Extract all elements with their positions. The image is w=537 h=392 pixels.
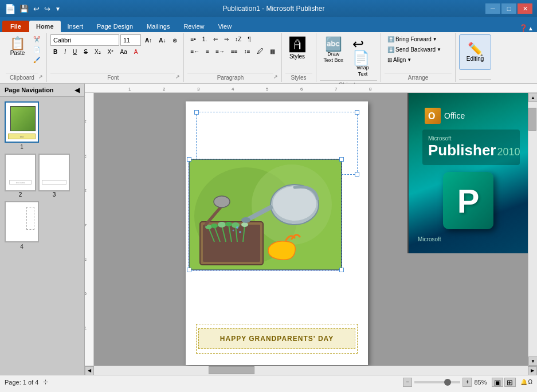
zoom-thumb[interactable]: [444, 379, 451, 386]
greeting-text-box[interactable]: HAPPY GRANDPARENTS' DAY: [198, 328, 355, 349]
borders-button[interactable]: ▦: [267, 46, 278, 56]
align-button[interactable]: ⊞ Align ▼: [385, 55, 414, 65]
font-name-input[interactable]: [50, 34, 119, 46]
editing-button[interactable]: ✏️ Editing: [459, 34, 491, 70]
bring-forward-button[interactable]: ⬆️ Bring Forward ▼: [385, 34, 440, 44]
draw-text-box-button[interactable]: 🔤 DrawText Box: [320, 34, 348, 66]
quick-access-dropdown[interactable]: ▼: [54, 5, 62, 13]
handle-tr[interactable]: [355, 110, 359, 115]
underline-button[interactable]: U: [70, 47, 80, 57]
sort-button[interactable]: ↕Z: [232, 34, 244, 44]
align-right-button[interactable]: ≡→: [213, 46, 228, 56]
align-left-button[interactable]: ≡←: [187, 46, 202, 56]
font-color-button[interactable]: A: [131, 47, 141, 57]
clipboard-group-label: Clipboard: [6, 73, 38, 81]
page-nav-header: Page Navigation ◀: [0, 84, 84, 97]
arrange-group-label: Arrange: [385, 73, 452, 81]
scroll-right-button[interactable]: ▶: [528, 366, 537, 375]
help-button[interactable]: ❓: [519, 24, 528, 32]
indent-increase-button[interactable]: ⇒: [221, 34, 232, 44]
bullets-button[interactable]: ≡•: [187, 34, 198, 44]
scroll-up-button[interactable]: ▲: [528, 93, 537, 102]
undo-button[interactable]: ↩: [32, 3, 41, 14]
cut-button[interactable]: ✂️: [30, 34, 43, 44]
h-scroll-thumb[interactable]: [209, 366, 254, 374]
bold-button[interactable]: B: [50, 47, 60, 57]
page-thumb-2[interactable]: text area: [5, 154, 36, 191]
font-size-input[interactable]: [120, 34, 141, 46]
editing-group-label: [459, 79, 491, 81]
app-icon: 📄: [5, 3, 16, 14]
send-backward-button[interactable]: ⬇️ Send Backward ▼: [385, 45, 444, 54]
indent-decrease-button[interactable]: ⇐: [210, 34, 221, 44]
page-thumb-3[interactable]: [38, 154, 70, 191]
copy-button[interactable]: 📄: [30, 45, 43, 54]
word-count-icon: Ω: [528, 379, 532, 385]
subscript-button[interactable]: X₂: [92, 47, 104, 57]
scroll-thumb[interactable]: [528, 108, 536, 131]
styles-button[interactable]: 🅰 Styles: [285, 34, 309, 62]
decrease-font-button[interactable]: A↓: [156, 36, 168, 45]
superscript-button[interactable]: X²: [105, 47, 116, 57]
title-bar: 📄 💾 ↩ ↪ ▼ Publication1 - Microsoft Publi…: [0, 0, 537, 17]
ribbon-collapse-button[interactable]: ▲: [528, 25, 534, 32]
svg-text:3: 3: [85, 188, 87, 193]
two-page-view-button[interactable]: ⊞: [504, 378, 516, 387]
vertical-scrollbar: ▲ ▼: [528, 93, 537, 366]
italic-button[interactable]: I: [61, 47, 69, 57]
tab-review[interactable]: Review: [177, 21, 211, 32]
paragraph-dialog-launcher[interactable]: ↗: [273, 74, 278, 80]
page-nav-collapse-button[interactable]: ◀: [75, 86, 80, 94]
ribbon-group-font: A↑ A↓ ⊗ B I U S X₂ X² Aa A Font ↗: [47, 33, 184, 82]
handle-tl[interactable]: [194, 110, 199, 115]
maximize-button[interactable]: □: [501, 3, 516, 14]
tab-mailings[interactable]: Mailings: [140, 21, 177, 32]
h-scroll-track: [94, 366, 528, 375]
zoom-slider[interactable]: [414, 381, 460, 383]
increase-font-button[interactable]: A↑: [142, 36, 155, 45]
paste-button[interactable]: 📋 Paste: [6, 34, 29, 59]
minimize-button[interactable]: ─: [485, 3, 500, 14]
tab-home[interactable]: Home: [29, 21, 61, 32]
align-center-button[interactable]: ≡: [203, 46, 212, 56]
tab-view[interactable]: View: [211, 21, 238, 32]
canvas-area[interactable]: HAPPY GRANDPARENTS' DAY O: [94, 93, 537, 366]
page-thumb-1[interactable]: text: [5, 101, 39, 143]
svg-text:8: 8: [369, 87, 372, 92]
handle-br[interactable]: [355, 172, 359, 177]
office-logo-text: Office: [444, 111, 465, 120]
clear-format-button[interactable]: ⊗: [170, 36, 180, 45]
redo-button[interactable]: ↪: [43, 3, 52, 14]
page-thumb-4[interactable]: [5, 201, 39, 242]
svg-text:4: 4: [232, 87, 234, 92]
change-case-button[interactable]: Aa: [117, 47, 130, 57]
tab-page-design[interactable]: Page Design: [90, 21, 140, 32]
page-thumb-num-1: 1: [20, 144, 23, 150]
scroll-down-button[interactable]: ▼: [528, 356, 537, 366]
close-button[interactable]: ✕: [518, 3, 532, 14]
garden-image[interactable]: [189, 159, 342, 271]
shading-button[interactable]: 🖊: [254, 45, 266, 57]
zoom-in-button[interactable]: +: [462, 378, 472, 387]
scroll-left-button[interactable]: ◀: [85, 366, 94, 375]
svg-text:3: 3: [197, 87, 200, 92]
paste-icon: 📋: [10, 37, 25, 50]
zoom-out-button[interactable]: −: [403, 378, 412, 387]
tab-file[interactable]: File: [2, 21, 29, 32]
strikethrough-button[interactable]: S: [81, 47, 91, 57]
line-spacing-button[interactable]: ↕≡: [241, 46, 253, 56]
numbering-button[interactable]: 1.: [199, 34, 210, 44]
format-painter-button[interactable]: 🖌️: [30, 55, 43, 65]
page-thumbnails: text 1 text area 2 3: [0, 97, 84, 375]
clipboard-dialog-launcher[interactable]: ↗: [38, 74, 43, 80]
svg-point-41: [239, 231, 241, 233]
wrap-text-button[interactable]: ↩📄 WrapText: [348, 34, 377, 80]
tab-insert[interactable]: Insert: [61, 21, 91, 32]
single-page-view-button[interactable]: ▣: [492, 378, 503, 387]
font-dialog-launcher[interactable]: ↗: [175, 74, 180, 80]
copy-icon: 📄: [33, 46, 40, 53]
zoom-controls: − + 85%: [403, 378, 487, 387]
justify-button[interactable]: ≡≡: [228, 46, 241, 56]
save-button[interactable]: 💾: [18, 3, 30, 14]
show-formatting-button[interactable]: ¶: [245, 34, 253, 44]
